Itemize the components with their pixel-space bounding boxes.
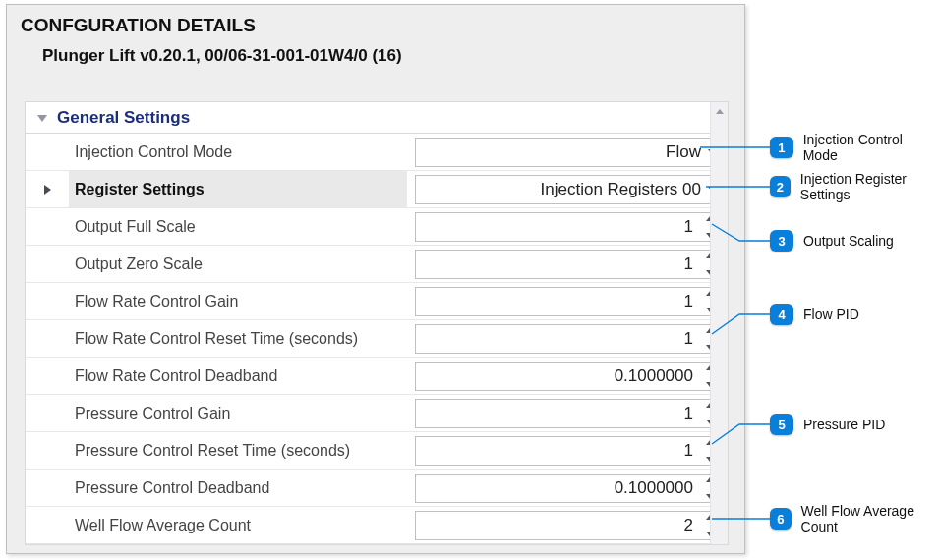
well-flow-avg-input[interactable]: 2: [415, 511, 724, 540]
row-gutter: [26, 283, 69, 319]
section-header[interactable]: General Settings: [26, 102, 728, 134]
row-injection-control-mode: Injection Control Mode Flow: [26, 134, 728, 171]
row-label: Pressure Control Reset Time (seconds): [69, 432, 407, 469]
scrollbar[interactable]: [710, 102, 728, 544]
row-label: Pressure Control Gain: [69, 395, 407, 431]
callout-1: 1 Injection Control Mode: [770, 136, 939, 159]
row-gutter: [26, 320, 69, 357]
expand-row-icon[interactable]: [44, 185, 51, 195]
input-value: 1: [684, 254, 693, 274]
input-value: 1: [684, 441, 693, 461]
callout-badge: 3: [770, 230, 793, 252]
row-pressure-gain: Pressure Control Gain 1: [26, 395, 728, 432]
row-label: Register Settings: [69, 171, 407, 207]
row-flow-rate-gain: Flow Rate Control Gain 1: [26, 283, 728, 320]
row-value-cell: 2: [407, 507, 728, 543]
input-value: 1: [684, 217, 693, 237]
row-value-cell: 1: [407, 395, 728, 431]
config-panel: CONFGURATION DETAILS Plunger Lift v0.20.…: [6, 4, 745, 554]
row-label: Output Zero Scale: [69, 246, 407, 282]
flow-rate-deadband-input[interactable]: 0.1000000: [415, 362, 724, 391]
row-gutter: [26, 507, 69, 543]
callout-badge: 4: [770, 304, 793, 325]
input-value: 0.1000000: [615, 478, 693, 498]
row-gutter: [26, 171, 69, 207]
page-subtitle: Plunger Lift v0.20.1, 00/06-31-001-01W4/…: [7, 36, 744, 66]
callout-4: 4 Flow PID: [770, 303, 859, 326]
callout-text: Pressure PID: [803, 417, 885, 432]
callout-badge: 6: [770, 508, 792, 530]
callout-badge: 1: [770, 137, 793, 158]
callout-text: Well Flow Average Count: [801, 503, 939, 534]
row-value-cell: 1: [407, 208, 728, 245]
input-value: 2: [684, 516, 693, 535]
row-gutter: [26, 432, 69, 469]
callout-text: Injection Register Settings: [800, 171, 939, 202]
row-value-cell: 1: [407, 320, 728, 357]
pressure-reset-input[interactable]: 1: [415, 436, 724, 466]
row-gutter: [26, 134, 69, 170]
callout-2: 2 Injection Register Settings: [770, 175, 939, 198]
input-value: 1: [684, 292, 693, 311]
row-gutter: [26, 470, 69, 506]
page-title: CONFGURATION DETAILS: [7, 5, 744, 36]
scroll-up-icon[interactable]: [711, 102, 729, 120]
row-gutter: [26, 358, 69, 394]
row-value-cell: 0.1000000: [407, 470, 728, 506]
row-value-cell: 1: [407, 283, 728, 319]
input-value: 0.1000000: [615, 366, 693, 386]
settings-grid: General Settings Injection Control Mode …: [25, 101, 729, 545]
pressure-gain-input[interactable]: 1: [415, 399, 724, 428]
injection-control-mode-select[interactable]: Flow: [415, 138, 724, 167]
rows-container: Injection Control Mode Flow Register Set…: [26, 134, 728, 544]
row-pressure-reset: Pressure Control Reset Time (seconds) 1: [26, 432, 728, 470]
input-value: 1: [684, 329, 693, 349]
callout-badge: 2: [770, 176, 791, 197]
row-label: Flow Rate Control Deadband: [69, 358, 407, 394]
row-gutter: [26, 395, 69, 431]
collapse-icon[interactable]: [37, 115, 47, 122]
callout-text: Output Scaling: [803, 233, 894, 249]
row-value-cell: 1: [407, 246, 728, 282]
row-well-flow-avg: Well Flow Average Count 2: [26, 507, 728, 544]
row-label: Pressure Control Deadband: [69, 470, 407, 506]
output-full-scale-input[interactable]: 1: [415, 212, 724, 242]
row-label: Output Full Scale: [69, 208, 407, 245]
flow-rate-gain-input[interactable]: 1: [415, 287, 724, 316]
row-value-cell: 1: [407, 432, 728, 469]
row-value-cell: 0.1000000: [407, 358, 728, 394]
select-value: Injection Registers 00: [541, 180, 701, 199]
row-gutter: [26, 208, 69, 245]
row-value-cell: Injection Registers 00: [407, 171, 728, 207]
row-flow-rate-deadband: Flow Rate Control Deadband 0.1000000: [26, 358, 728, 395]
output-zero-scale-input[interactable]: 1: [415, 250, 724, 279]
flow-rate-reset-input[interactable]: 1: [415, 324, 724, 354]
row-label: Well Flow Average Count: [69, 507, 407, 543]
section-title: General Settings: [57, 108, 190, 128]
register-settings-select[interactable]: Injection Registers 00: [415, 175, 724, 204]
row-label: Injection Control Mode: [69, 134, 407, 170]
input-value: 1: [684, 404, 693, 423]
pressure-deadband-input[interactable]: 0.1000000: [415, 474, 724, 503]
select-value: Flow: [666, 142, 701, 162]
row-flow-rate-reset: Flow Rate Control Reset Time (seconds) 1: [26, 320, 728, 358]
callout-3: 3 Output Scaling: [770, 229, 894, 252]
callout-text: Injection Control Mode: [803, 132, 939, 163]
callout-5: 5 Pressure PID: [770, 413, 885, 436]
row-value-cell: Flow: [407, 134, 728, 170]
row-output-zero-scale: Output Zero Scale 1: [26, 246, 728, 283]
callout-text: Flow PID: [803, 307, 859, 322]
row-label: Flow Rate Control Gain: [69, 283, 407, 319]
row-pressure-deadband: Pressure Control Deadband 0.1000000: [26, 470, 728, 507]
callout-6: 6 Well Flow Average Count: [770, 507, 939, 531]
row-register-settings: Register Settings Injection Registers 00: [26, 171, 728, 208]
row-label: Flow Rate Control Reset Time (seconds): [69, 320, 407, 357]
callout-badge: 5: [770, 414, 793, 435]
row-gutter: [26, 246, 69, 282]
row-output-full-scale: Output Full Scale 1: [26, 208, 728, 246]
